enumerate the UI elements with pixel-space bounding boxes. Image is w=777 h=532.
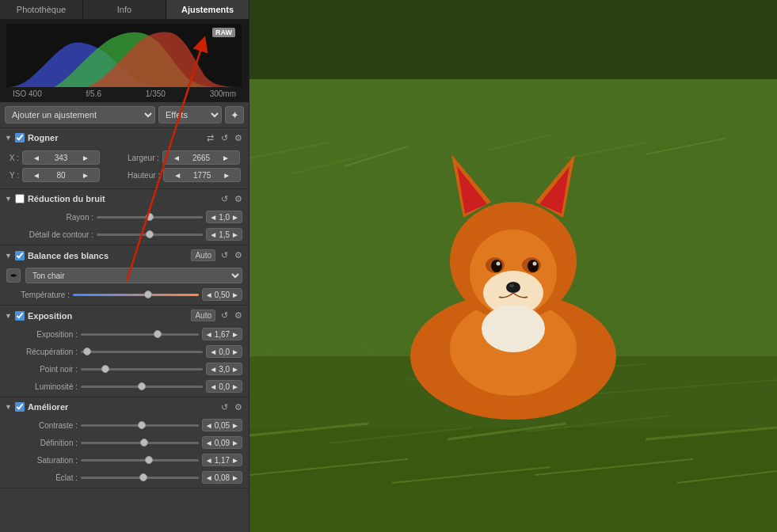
rogner-hauteur-decrement[interactable]: ◄ bbox=[166, 171, 189, 180]
balance-temperature-value-box: ◄ 0,50 ► bbox=[202, 288, 242, 301]
pointnoir-increment[interactable]: ► bbox=[230, 365, 240, 374]
eclat-increment[interactable]: ► bbox=[230, 473, 240, 482]
reduction-rayon-thumb[interactable] bbox=[146, 213, 154, 221]
rogner-icon-1[interactable]: ⇄ bbox=[204, 132, 215, 143]
rogner-x-decrement[interactable]: ◄ bbox=[25, 154, 48, 162]
definition-thumb[interactable] bbox=[140, 439, 148, 446]
balance-temperature-track[interactable] bbox=[73, 294, 199, 296]
luminosite-thumb[interactable] bbox=[138, 382, 146, 390]
fox-image-svg bbox=[249, 0, 777, 532]
balance-icon-1[interactable]: ↺ bbox=[219, 250, 230, 261]
eclat-track[interactable] bbox=[81, 477, 199, 479]
balance-temperature-thumb[interactable] bbox=[144, 291, 152, 298]
exposition-icon-2[interactable]: ⚙ bbox=[233, 310, 244, 321]
recuperation-increment[interactable]: ► bbox=[230, 348, 240, 356]
balance-temperature-decrement[interactable]: ◄ bbox=[204, 291, 214, 299]
rogner-hauteur-value: 1775 bbox=[190, 171, 214, 180]
section-ameliorer-header[interactable]: ▼ Améliorer ↺ ⚙ bbox=[0, 397, 249, 416]
recuperation-decrement[interactable]: ◄ bbox=[208, 348, 218, 356]
effets-select[interactable]: Effets bbox=[158, 106, 222, 124]
definition-track[interactable] bbox=[81, 442, 199, 444]
wb-eyedropper[interactable]: ✒ bbox=[6, 268, 21, 283]
reduction-chevron: ▼ bbox=[5, 195, 12, 203]
contraste-decrement[interactable]: ◄ bbox=[204, 421, 214, 430]
reduction-icon-1[interactable]: ↺ bbox=[219, 193, 230, 204]
rogner-x-increment[interactable]: ► bbox=[74, 154, 97, 162]
pointnoir-thumb[interactable] bbox=[101, 365, 109, 373]
wb-preset-select[interactable]: Ton chair bbox=[25, 268, 242, 283]
exposition-increment[interactable]: ► bbox=[230, 330, 240, 339]
balance-temperature-value: 0,50 bbox=[215, 291, 230, 299]
tab-phototheque[interactable]: Photothèque bbox=[0, 0, 83, 19]
ameliorer-checkbox[interactable] bbox=[15, 402, 25, 412]
histogram-svg bbox=[6, 24, 242, 87]
exposition-decrement[interactable]: ◄ bbox=[204, 330, 214, 339]
section-balance-header[interactable]: ▼ Balance des blancs Auto ↺ ⚙ bbox=[0, 245, 249, 265]
reduction-detail-decrement[interactable]: ◄ bbox=[208, 230, 218, 239]
ameliorer-icon-1[interactable]: ↺ bbox=[219, 401, 230, 412]
rogner-checkbox[interactable] bbox=[15, 133, 25, 142]
contraste-thumb[interactable] bbox=[138, 421, 146, 429]
exposition-thumb[interactable] bbox=[154, 330, 162, 338]
rogner-y-decrement[interactable]: ◄ bbox=[25, 171, 48, 180]
exposition-pointnoir-label: Point noir : bbox=[6, 365, 78, 374]
reduction-checkbox[interactable] bbox=[15, 194, 25, 203]
rogner-icon-2[interactable]: ↺ bbox=[219, 132, 230, 143]
balance-icon-2[interactable]: ⚙ bbox=[233, 250, 244, 261]
balance-temperature-increment[interactable]: ► bbox=[230, 291, 240, 299]
section-reduction-header[interactable]: ▼ Réduction du bruit ↺ ⚙ bbox=[0, 189, 249, 208]
recuperation-value-box: ◄ 0,0 ► bbox=[206, 345, 242, 358]
exposition-auto-btn[interactable]: Auto bbox=[191, 310, 215, 321]
exposition-checkbox[interactable] bbox=[15, 311, 25, 321]
tab-bar: Photothèque Info Ajustements bbox=[0, 0, 249, 20]
rogner-largeur-decrement[interactable]: ◄ bbox=[165, 154, 189, 162]
exposition-icon-1[interactable]: ↺ bbox=[219, 310, 230, 321]
pointnoir-track[interactable] bbox=[81, 368, 203, 370]
section-exposition-header[interactable]: ▼ Exposition Auto ↺ ⚙ bbox=[0, 306, 249, 325]
svg-point-32 bbox=[533, 262, 537, 266]
contraste-track[interactable] bbox=[81, 424, 199, 427]
add-adjustment-select[interactable]: Ajouter un ajustement bbox=[5, 106, 155, 124]
luminosite-increment[interactable]: ► bbox=[230, 382, 240, 391]
ameliorer-icon-2[interactable]: ⚙ bbox=[233, 401, 244, 412]
saturation-thumb[interactable] bbox=[145, 456, 153, 464]
rogner-y-value: 80 bbox=[49, 171, 73, 180]
svg-point-34 bbox=[509, 284, 514, 287]
exposition-track[interactable] bbox=[81, 333, 199, 336]
exposition-value-box: ◄ 1,67 ► bbox=[202, 328, 242, 340]
exposition-recuperation-row: Récupération : ◄ 0,0 ► bbox=[0, 343, 249, 360]
eclat-decrement[interactable]: ◄ bbox=[204, 473, 214, 482]
reduction-rayon-track[interactable] bbox=[97, 216, 203, 218]
rogner-icon-3[interactable]: ⚙ bbox=[233, 132, 244, 143]
balance-auto-btn[interactable]: Auto bbox=[191, 249, 215, 261]
reduction-detail-track[interactable] bbox=[97, 234, 203, 236]
svg-point-31 bbox=[497, 262, 501, 266]
balance-checkbox[interactable] bbox=[15, 251, 25, 260]
luminosite-track[interactable] bbox=[81, 386, 203, 388]
saturation-decrement[interactable]: ◄ bbox=[204, 456, 214, 465]
definition-decrement[interactable]: ◄ bbox=[204, 439, 214, 447]
luminosite-value-box: ◄ 0,0 ► bbox=[206, 380, 242, 393]
definition-increment[interactable]: ► bbox=[230, 439, 240, 447]
tab-ajustements[interactable]: Ajustements bbox=[166, 0, 249, 19]
reduction-detail-thumb[interactable] bbox=[146, 230, 154, 238]
saturation-track[interactable] bbox=[81, 459, 199, 462]
contraste-increment[interactable]: ► bbox=[230, 421, 240, 430]
rogner-largeur-increment[interactable]: ► bbox=[214, 154, 238, 162]
wand-button[interactable]: ✦ bbox=[225, 106, 244, 124]
eclat-value: 0,08 bbox=[215, 473, 230, 482]
rogner-hauteur-increment[interactable]: ► bbox=[215, 171, 238, 180]
recuperation-track[interactable] bbox=[81, 351, 203, 353]
eclat-thumb[interactable] bbox=[139, 473, 147, 481]
reduction-detail-increment[interactable]: ► bbox=[230, 230, 240, 239]
luminosite-decrement[interactable]: ◄ bbox=[208, 382, 218, 391]
pointnoir-decrement[interactable]: ◄ bbox=[208, 365, 218, 374]
reduction-rayon-decrement[interactable]: ◄ bbox=[208, 213, 218, 222]
recuperation-thumb[interactable] bbox=[83, 348, 91, 355]
section-rogner-header[interactable]: ▼ Rogner ⇄ ↺ ⚙ bbox=[0, 128, 249, 147]
reduction-icon-2[interactable]: ⚙ bbox=[233, 193, 244, 204]
reduction-rayon-increment[interactable]: ► bbox=[230, 213, 240, 222]
rogner-y-increment[interactable]: ► bbox=[74, 171, 97, 180]
tab-info[interactable]: Info bbox=[83, 0, 166, 19]
saturation-increment[interactable]: ► bbox=[230, 456, 240, 465]
